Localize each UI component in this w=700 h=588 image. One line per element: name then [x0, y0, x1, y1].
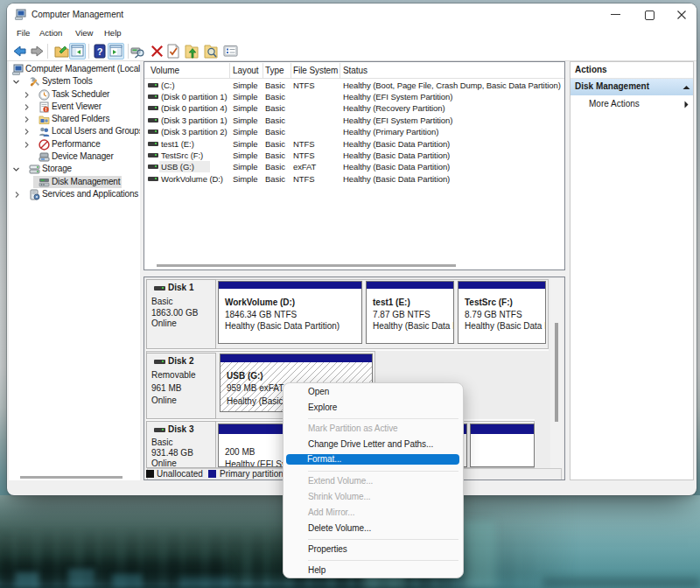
svg-text:?: ? [97, 46, 103, 57]
